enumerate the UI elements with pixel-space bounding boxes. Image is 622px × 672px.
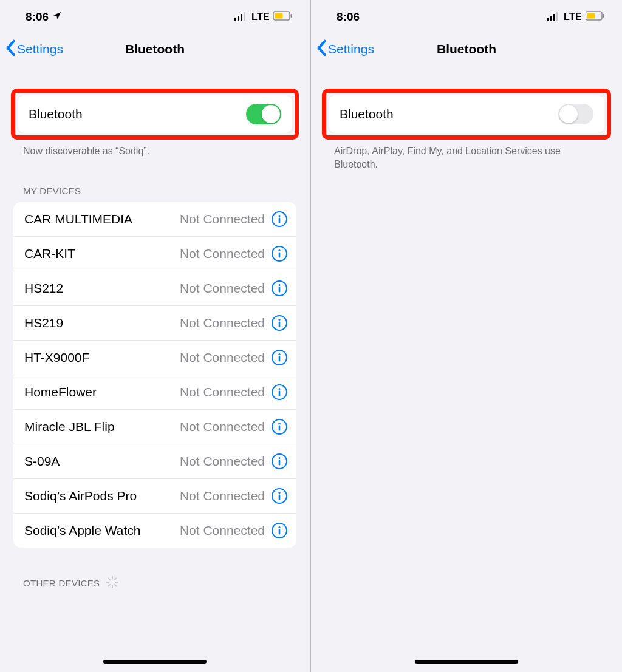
battery-icon	[586, 10, 605, 24]
svg-point-32	[278, 491, 280, 493]
bluetooth-toggle-label: Bluetooth	[340, 107, 394, 121]
device-status: Not Connected	[180, 454, 265, 469]
svg-rect-27	[279, 425, 281, 430]
info-icon[interactable]	[271, 487, 288, 504]
device-status: Not Connected	[180, 281, 265, 296]
location-icon	[52, 10, 62, 24]
device-row[interactable]: CAR MULTIMEDIANot Connected	[13, 202, 296, 236]
device-row[interactable]: Sodiq’s AirPods ProNot Connected	[13, 478, 296, 513]
device-row[interactable]: Miracle JBL FlipNot Connected	[13, 409, 296, 444]
device-name: HS212	[24, 281, 180, 296]
network-label: LTE	[564, 12, 582, 22]
battery-icon	[273, 10, 293, 24]
highlight-box: Bluetooth	[11, 89, 299, 140]
svg-point-23	[278, 387, 280, 389]
bluetooth-toggle-row[interactable]: Bluetooth	[18, 95, 292, 133]
device-row[interactable]: HS219Not Connected	[13, 305, 296, 340]
svg-rect-21	[279, 356, 281, 361]
home-indicator[interactable]	[415, 660, 518, 664]
svg-rect-1	[238, 16, 239, 21]
chevron-left-icon	[316, 39, 327, 59]
svg-point-29	[278, 456, 280, 458]
svg-rect-9	[279, 217, 281, 223]
svg-rect-46	[550, 16, 552, 21]
back-button[interactable]: Settings	[0, 39, 63, 59]
svg-rect-15	[279, 287, 281, 292]
svg-rect-36	[279, 529, 281, 534]
svg-line-40	[115, 584, 117, 586]
bluetooth-toggle-row[interactable]: Bluetooth	[329, 95, 604, 133]
device-row[interactable]: HomeFlowerNot Connected	[13, 375, 296, 409]
svg-point-26	[278, 422, 280, 424]
svg-line-39	[109, 578, 111, 580]
svg-rect-50	[587, 13, 595, 19]
device-name: HT-X9000F	[24, 350, 180, 365]
other-devices-label: OTHER DEVICES	[23, 578, 100, 588]
device-status: Not Connected	[180, 316, 265, 330]
info-icon[interactable]	[271, 314, 288, 331]
screenshot-bluetooth-off: 8:06 LTE Settings Bluetooth Bluetooth	[311, 0, 622, 672]
bluetooth-toggle-switch[interactable]	[558, 104, 593, 124]
svg-rect-18	[279, 321, 281, 327]
info-icon[interactable]	[271, 280, 288, 297]
info-icon[interactable]	[271, 453, 288, 470]
device-name: Miracle JBL Flip	[24, 419, 180, 434]
svg-point-35	[278, 526, 280, 528]
discoverable-text: Now discoverable as “Sodiq”.	[0, 140, 310, 158]
nav-header: Settings Bluetooth	[311, 34, 622, 64]
nav-header: Settings Bluetooth	[0, 34, 310, 64]
other-devices-header: OTHER DEVICES	[0, 548, 310, 597]
svg-point-8	[278, 214, 280, 216]
device-name: HS219	[24, 316, 180, 330]
svg-rect-12	[279, 252, 281, 257]
device-status: Not Connected	[180, 523, 265, 538]
bluetooth-toggle-switch[interactable]	[246, 104, 281, 124]
device-row[interactable]: S-09ANot Connected	[13, 444, 296, 478]
device-name: Sodiq’s Apple Watch	[24, 523, 180, 538]
cell-signal-icon	[234, 10, 248, 24]
svg-rect-24	[279, 390, 281, 396]
info-icon[interactable]	[271, 418, 288, 435]
svg-point-20	[278, 353, 280, 355]
svg-point-11	[278, 249, 280, 251]
device-row[interactable]: HS212Not Connected	[13, 271, 296, 305]
status-bar: 8:06 LTE	[0, 0, 310, 34]
info-icon[interactable]	[271, 245, 288, 262]
svg-rect-0	[234, 18, 236, 21]
info-icon[interactable]	[271, 349, 288, 366]
svg-rect-30	[279, 460, 281, 465]
chevron-left-icon	[5, 39, 16, 59]
highlight-box: Bluetooth	[322, 89, 611, 140]
info-icon[interactable]	[271, 522, 288, 539]
spinner-icon	[106, 575, 119, 591]
svg-point-14	[278, 283, 280, 285]
network-label: LTE	[251, 12, 270, 22]
bluetooth-off-text: AirDrop, AirPlay, Find My, and Location …	[311, 140, 622, 171]
home-indicator[interactable]	[103, 660, 207, 664]
svg-rect-51	[603, 14, 605, 18]
info-icon[interactable]	[271, 211, 288, 228]
device-name: HomeFlower	[24, 385, 180, 399]
svg-line-44	[115, 578, 117, 580]
status-time: 8:06	[26, 10, 49, 24]
my-devices-header: MY DEVICES	[0, 158, 310, 202]
device-name: Sodiq’s AirPods Pro	[24, 489, 180, 503]
svg-rect-2	[241, 14, 242, 21]
device-status: Not Connected	[180, 419, 265, 434]
svg-rect-45	[547, 18, 549, 21]
bluetooth-toggle-label: Bluetooth	[29, 107, 83, 121]
svg-rect-3	[244, 12, 245, 21]
my-devices-list: CAR MULTIMEDIANot ConnectedCAR-KITNot Co…	[13, 202, 296, 548]
status-time: 8:06	[337, 10, 360, 24]
device-row[interactable]: CAR-KITNot Connected	[13, 236, 296, 271]
back-label: Settings	[328, 42, 374, 56]
device-status: Not Connected	[180, 246, 265, 261]
device-status: Not Connected	[180, 385, 265, 399]
back-label: Settings	[17, 42, 63, 56]
back-button[interactable]: Settings	[311, 39, 374, 59]
info-icon[interactable]	[271, 384, 288, 401]
device-name: S-09A	[24, 454, 180, 469]
device-row[interactable]: Sodiq’s Apple WatchNot Connected	[13, 513, 296, 548]
device-row[interactable]: HT-X9000FNot Connected	[13, 340, 296, 375]
svg-line-43	[109, 584, 111, 586]
